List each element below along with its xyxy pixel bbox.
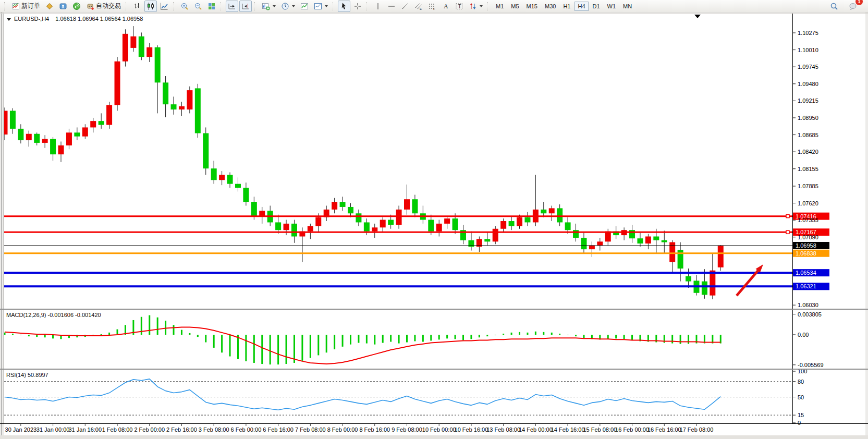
zoom-out-button[interactable] [192,1,204,12]
macd-histogram-bar [624,335,625,339]
time-tick-label: 30 Jan 2023 [5,426,37,433]
template-icon [314,2,322,10]
macd-histogram-bar [680,335,681,344]
hline-handle[interactable] [786,230,789,234]
auto-scroll-button[interactable] [226,1,238,12]
candle-body [66,132,72,145]
candle-body [637,238,643,243]
macd-histogram-bar [559,334,560,335]
chart-shift-button[interactable] [239,1,252,12]
time-tick-label: 6 Feb 00:00 [231,426,262,433]
pane-splitter[interactable] [0,309,868,310]
toolbar-right-cluster: 1 [827,1,866,12]
bar-chart-button[interactable] [131,1,143,12]
chat-button[interactable]: 1 [847,1,859,12]
timeframe-m30[interactable]: M30 [542,2,559,11]
ohlc-bars-icon [133,2,141,10]
pane-splitter[interactable] [0,369,868,370]
macd-histogram-bar [334,335,335,349]
macd-histogram-bar [229,335,231,357]
candlestick-chart-button[interactable] [144,1,157,12]
timeframe-w1[interactable]: W1 [604,2,619,11]
notification-badge: 1 [855,0,863,5]
vertical-line-button[interactable] [372,1,384,12]
dropdown-caret-icon[interactable] [325,5,328,7]
zoom-in-button[interactable] [178,1,191,12]
algo-trading-button[interactable]: 自动交易 [84,1,123,12]
zoom-in-icon [180,2,189,10]
time-tick-label: 3 Feb 08:00 [199,426,229,433]
toolbar-separator [366,2,369,10]
new-order-button[interactable]: 新订单 [9,1,42,12]
rsi-value: 50.8997 [28,372,48,378]
candle-body [686,276,691,282]
macd-histogram-bar [28,335,30,336]
candle-body [524,217,530,223]
hline-handle[interactable] [786,215,789,218]
tile-windows-button[interactable] [205,1,218,12]
line-chart-button[interactable] [158,1,170,12]
candle-body [243,188,249,202]
timeframe-mn[interactable]: MN [620,2,635,11]
hosting-person-icon [59,2,67,10]
macd-histogram-bar [149,315,150,335]
timeframe-m15[interactable]: M15 [523,2,541,11]
rsi-tick-label: 80 [798,379,804,385]
fibonacci-button[interactable]: F [426,1,438,12]
timeframe-h4[interactable]: H4 [574,2,588,11]
virtual-hosting-button[interactable] [57,1,69,12]
time-tick-label: 31 Jan 16:00 [68,426,102,433]
new-chart-button[interactable] [260,1,278,12]
signals-button[interactable] [70,1,83,12]
macd-histogram-bar [470,335,472,339]
template-button[interactable] [312,1,330,12]
candle-body [493,229,498,242]
macd-histogram-bar [567,335,569,335]
metaeditor-button[interactable] [43,1,56,12]
candle-body [653,237,659,240]
text-button[interactable]: A [439,1,452,12]
candle-body [484,239,490,241]
candle-body [581,238,586,249]
dropdown-caret-icon[interactable] [273,5,276,7]
crosshair-button[interactable] [351,1,364,12]
trendline-button[interactable] [399,1,411,12]
symbol-dropdown-icon[interactable] [7,18,11,21]
rsi-tick-label: 15 [798,412,804,418]
candle-body [10,111,16,128]
time-tick-label: 7 Feb 08:00 [295,426,326,433]
search-button[interactable] [828,1,840,12]
macd-histogram-bar [462,335,464,340]
time-tick-label: 1 Feb 08:00 [102,426,133,433]
zoom-out-icon [194,2,202,10]
macd-histogram-bar [430,335,432,340]
dropdown-caret-icon[interactable] [292,5,295,7]
period-button[interactable] [279,1,297,12]
timeframe-d1[interactable]: D1 [590,2,603,11]
chart-plot-area[interactable] [4,14,792,309]
equidistant-channel-button[interactable]: E [412,1,425,12]
candle-body [453,218,458,230]
trendline-icon [401,2,409,10]
arrows-button[interactable] [467,1,485,12]
dropdown-caret-icon[interactable] [480,5,483,7]
macd-histogram-bar [213,335,215,348]
cursor-button[interactable] [338,1,350,12]
macd-histogram-bar [535,332,536,335]
svg-text:A: A [444,3,448,10]
text-label-button[interactable]: T [453,1,466,12]
timeframe-m1[interactable]: M1 [493,2,507,11]
indicators-button[interactable] [298,1,311,12]
macd-indicator-label: MACD(12,26,9) -0.001606 -0.001420 [6,312,101,318]
price-tick-label: 1.10275 [798,30,818,36]
macd-histogram-bar [301,335,303,361]
timeframe-m5[interactable]: M5 [508,2,522,11]
candle-body [412,199,418,213]
time-tick-label: 14 Feb 00:00 [519,426,553,433]
candle-body [275,222,281,230]
horizontal-line-button[interactable] [385,1,398,12]
channel-icon: E [414,2,423,10]
macd-histogram-bar [398,335,400,344]
timeframe-h1[interactable]: H1 [560,2,573,11]
candle-body [195,88,201,133]
